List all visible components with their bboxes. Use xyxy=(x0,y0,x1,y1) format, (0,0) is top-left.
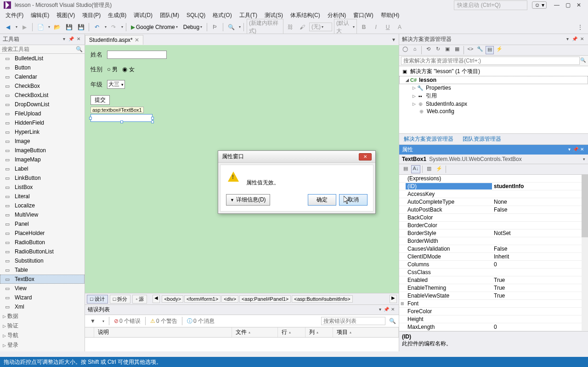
toolbox-item[interactable]: ▭DropDownList xyxy=(0,100,85,109)
toolbox-item[interactable]: ▭Panel xyxy=(0,219,85,229)
sync-icon[interactable]: ⟲ xyxy=(424,46,432,54)
properties-grid[interactable]: (Expressions)(ID)studentInfoAccessKeyAut… xyxy=(399,175,588,331)
source-view-tab[interactable]: ◦ 源 xyxy=(132,295,147,304)
forward-button[interactable]: ▶ xyxy=(19,22,29,32)
property-row[interactable]: CausesValidationFalse xyxy=(399,245,588,253)
property-row[interactable]: BorderColor xyxy=(399,222,588,229)
toolbox-item[interactable]: ▭Literal xyxy=(0,192,85,201)
toolbox-group[interactable]: 导航 xyxy=(0,331,85,340)
errors-filter[interactable]: ⊘0 个错误 xyxy=(114,317,141,325)
back-icon[interactable]: ◯ xyxy=(401,46,409,54)
unlink-icon[interactable]: ⛓ xyxy=(285,22,295,32)
toolbox-item[interactable]: ▭ListBox xyxy=(0,183,85,192)
toolbox-item[interactable]: ▭HiddenField xyxy=(0,118,85,127)
home-icon[interactable]: ⌂ xyxy=(411,46,419,54)
pin-icon[interactable]: 📌 xyxy=(68,36,74,43)
property-row[interactable]: Height xyxy=(399,315,588,323)
dialog-titlebar[interactable]: 属性窗口 ✕ xyxy=(218,151,375,163)
panel-menu-icon[interactable]: ▾ xyxy=(61,36,67,43)
toolbox-item[interactable]: ▭Wizard xyxy=(0,293,85,302)
toolbox-item[interactable]: ▭Image xyxy=(0,137,85,146)
toolbox-group[interactable]: 验证 xyxy=(0,321,85,331)
toolbox-item[interactable]: ▭Button xyxy=(0,63,85,72)
tab-close-icon[interactable]: ✕ xyxy=(135,37,139,43)
property-row[interactable]: ⊞Font xyxy=(399,300,588,308)
menu-item[interactable]: 格式(O) xyxy=(209,11,235,20)
property-row[interactable]: AutoPostBackFalse xyxy=(399,206,588,214)
feedback-button[interactable]: ☺ ▾ xyxy=(532,1,547,9)
none-dropdown[interactable]: (无)▾ xyxy=(309,23,332,31)
new-button[interactable]: 📄 xyxy=(35,22,45,32)
toolbox-item[interactable]: ▭ImageButton xyxy=(0,146,85,155)
menu-item[interactable]: 项目(P) xyxy=(79,11,104,20)
property-row[interactable]: EnableThemingTrue xyxy=(399,284,588,292)
tree-node[interactable]: ▷🔧Properties xyxy=(399,84,588,92)
search-icon[interactable]: 🔍 xyxy=(389,318,396,324)
selected-textbox[interactable] xyxy=(90,114,153,122)
property-row[interactable]: AccessKey xyxy=(399,190,588,198)
toolbox-group[interactable]: 数据 xyxy=(0,311,85,321)
toolbox-item[interactable]: ▭Calendar xyxy=(0,72,85,81)
toolbox-item[interactable]: ▭Xml xyxy=(0,302,85,311)
messages-filter[interactable]: ⓘ0 个消息 xyxy=(187,317,215,325)
property-row[interactable]: EnabledTrue xyxy=(399,276,588,284)
tab-team-explorer[interactable]: 团队资源管理器 xyxy=(458,134,506,144)
paint-icon[interactable]: 🖌 xyxy=(297,22,307,32)
toolbox-group[interactable]: WebParts xyxy=(0,350,85,351)
tab-solution-explorer[interactable]: 解决方案资源管理器 xyxy=(399,134,458,144)
property-row[interactable]: MaxLength0 xyxy=(399,323,588,331)
alphabetical-icon[interactable]: A↓ xyxy=(411,165,420,173)
bc-right-icon[interactable]: ▶ xyxy=(390,295,397,303)
property-row[interactable]: AutoCompleteTypeNone xyxy=(399,198,588,206)
find-button[interactable]: 🔍 xyxy=(226,22,236,32)
menu-item[interactable]: 调试(D) xyxy=(130,11,156,20)
tree-node[interactable]: ⊕Web.config xyxy=(399,108,588,115)
save-button[interactable]: 💾 xyxy=(64,22,74,32)
wrench-icon[interactable]: 🔧 xyxy=(476,46,484,54)
menu-item[interactable]: 文件(F) xyxy=(2,11,27,20)
menu-item[interactable]: SQL(Q) xyxy=(183,11,209,19)
female-radio[interactable]: ◉ 女 xyxy=(122,66,135,74)
document-tab[interactable]: StudentInfo.aspx* ✕ xyxy=(85,35,143,45)
property-row[interactable]: ClientIDModeInherit xyxy=(399,253,588,261)
pin-icon[interactable]: 📌 xyxy=(571,36,578,43)
split-view-tab[interactable]: □ 拆分 xyxy=(110,295,131,304)
redo-button[interactable]: ↷ xyxy=(108,22,119,32)
toolbox-item[interactable]: ▭FileUpload xyxy=(0,109,85,118)
menu-item[interactable]: 生成(B) xyxy=(104,11,130,20)
refresh-icon[interactable]: ↻ xyxy=(434,46,442,54)
tree-node[interactable]: ▷⊕StudentInfo.aspx xyxy=(399,100,588,108)
property-row[interactable]: Columns0 xyxy=(399,261,588,269)
toolbox-item[interactable]: ▭LinkButton xyxy=(0,173,85,183)
collapse-icon[interactable]: ▣ xyxy=(443,46,452,54)
quick-launch-input[interactable]: 快速启动 (Ctrl+Q) xyxy=(454,0,527,10)
ok-button[interactable]: 确定 xyxy=(308,194,336,206)
errorlist-search[interactable] xyxy=(321,317,385,325)
undo-button[interactable]: ↶ xyxy=(92,22,102,32)
menu-item[interactable]: 团队(M) xyxy=(156,11,183,20)
menu-item[interactable]: 编辑(E) xyxy=(27,11,53,20)
panel-close-icon[interactable]: ✕ xyxy=(579,147,585,153)
property-row[interactable]: EnableViewStateTrue xyxy=(399,292,588,300)
breadcrumb-item[interactable]: <asp:Button#submitInfo> xyxy=(292,295,352,303)
italic-icon[interactable]: I xyxy=(371,22,381,32)
toolbox-group[interactable]: 登录 xyxy=(0,340,85,350)
toolbox-item[interactable]: ▭CheckBox xyxy=(0,81,85,91)
maximize-button[interactable]: ▢ xyxy=(562,2,573,8)
design-view-tab[interactable]: □ 设计 xyxy=(87,295,108,304)
config-dropdown[interactable]: Debug▾ xyxy=(181,24,204,30)
breadcrumb-item[interactable]: <body> xyxy=(162,295,183,303)
props-icon[interactable]: ▥ xyxy=(424,165,434,173)
toolbox-search-input[interactable] xyxy=(2,46,76,52)
menu-item[interactable]: 体系结构(C) xyxy=(287,11,324,20)
tree-project[interactable]: ◢C#lesson xyxy=(399,76,588,84)
toolbox-item[interactable]: ▭CheckBoxList xyxy=(0,91,85,100)
search-icon[interactable]: 🔍 xyxy=(76,46,83,52)
property-row[interactable]: BackColor xyxy=(399,214,588,222)
solution-tree[interactable]: ▣解决方案 "lesson" (1 个项目) ◢C#lesson ▷🔧Prope… xyxy=(399,66,588,133)
property-row[interactable]: BorderStyleNotSet xyxy=(399,229,588,237)
filter-icon[interactable]: ▼ xyxy=(88,316,98,326)
male-radio[interactable]: ○ 男 xyxy=(107,66,118,74)
bolt-icon[interactable]: ⚡ xyxy=(495,46,503,54)
toolbox-item[interactable]: ▭TextBox xyxy=(0,275,85,284)
